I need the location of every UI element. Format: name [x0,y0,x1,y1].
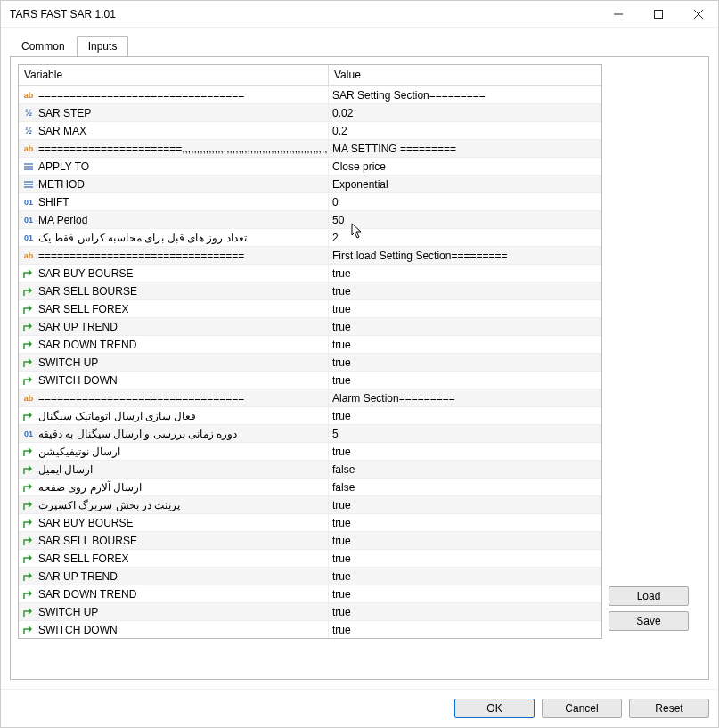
value-cell[interactable]: true [329,372,601,389]
value-cell[interactable]: 0.2 [329,122,601,139]
table-row[interactable]: APPLY TOClose price [19,157,601,175]
value-cell[interactable]: true [329,603,601,620]
half-type-icon: ½ [22,107,35,119]
value-cell[interactable]: 50 [329,211,601,228]
svg-rect-1 [654,10,662,18]
table-row[interactable]: ab=================================Alarm… [19,389,601,406]
bool-type-icon [22,356,35,369]
value-cell[interactable]: 0.02 [329,104,601,121]
reset-button[interactable]: Reset [629,699,709,718]
table-row[interactable]: SAR SELL FOREXtrue [19,549,601,567]
value-cell[interactable]: true [329,550,601,567]
variable-label: ================================= [38,249,244,262]
value-cell[interactable]: true [329,585,601,602]
minimize-button[interactable] [598,1,638,27]
variable-cell: ارسال نوتیفیکیشن [19,443,329,460]
table-row[interactable]: SAR UP TRENDtrue [19,317,601,335]
table-row[interactable]: 01SHIFT0 [19,192,601,210]
tab-common[interactable]: Common [10,36,77,57]
value-cell[interactable]: true [329,443,601,460]
value-cell[interactable]: true [329,336,601,353]
table-row[interactable]: پرینت در بخش سربرگ اکسپرتtrue [19,495,601,513]
variable-label: APPLY TO [38,160,89,173]
value-cell[interactable]: true [329,282,601,299]
value-cell[interactable]: true [329,318,601,335]
value-cell[interactable]: Exponential [329,176,601,192]
value-cell[interactable]: true [329,354,601,371]
close-button[interactable] [678,1,718,27]
variable-cell: 01MA Period [19,211,329,228]
value-cell[interactable]: true [329,496,601,513]
variable-label: ارسال نوتیفیکیشن [38,446,120,458]
tab-inputs[interactable]: Inputs [77,36,129,57]
ab-type-icon: ab [22,89,35,102]
table-row[interactable]: ارسال نوتیفیکیشنtrue [19,442,601,460]
value-cell[interactable]: false [329,479,601,495]
table-row[interactable]: SAR SELL BOURSEtrue [19,282,601,299]
variable-label: SAR SELL BOURSE [38,535,137,547]
value-cell[interactable]: Close price [329,158,601,175]
table-row[interactable]: SAR DOWN TRENDtrue [19,335,601,353]
variable-label: =======================,,,,,,,,,,,,,,,,,… [38,143,329,155]
value-cell[interactable]: First load Setting Section========= [329,247,601,264]
variable-label: METHOD [38,178,85,191]
column-header-variable[interactable]: Variable [19,65,329,85]
01-type-icon: 01 [22,232,35,244]
value-cell[interactable]: true [329,621,601,638]
value-cell[interactable]: true [329,532,601,549]
value-cell[interactable]: true [329,568,601,585]
table-row[interactable]: 01MA Period50 [19,210,601,228]
ok-button[interactable]: OK [454,699,535,718]
bool-type-icon [22,463,35,476]
value-cell[interactable]: true [329,265,601,282]
table-row[interactable]: ab=================================SAR S… [19,86,601,103]
table-row[interactable]: ½SAR STEP0.02 [19,103,601,121]
table-row[interactable]: METHODExponential [19,175,601,192]
table-row[interactable]: SWITCH UPtrue [19,353,601,371]
variable-label: SHIFT [38,196,69,209]
value-cell[interactable]: 5 [329,425,601,442]
column-header-value[interactable]: Value [329,65,601,85]
table-row[interactable]: 01دوره زمانی بررسی و ارسال سیگنال به دقی… [19,424,601,442]
bool-type-icon [22,321,35,333]
value-cell[interactable]: 0 [329,193,601,210]
maximize-button[interactable] [638,1,678,27]
value-cell[interactable]: true [329,407,601,424]
cancel-button[interactable]: Cancel [542,699,622,718]
variable-label: SAR SELL FOREX [38,303,129,315]
maximize-icon [654,10,663,19]
table-row[interactable]: ارسال آلارم روی صفحهfalse [19,478,601,495]
variable-label: SAR UP TREND [38,321,118,333]
titlebar: TARS FAST SAR 1.01 [1,1,718,28]
table-row[interactable]: ab=======================,,,,,,,,,,,,,,,… [19,139,601,157]
value-cell[interactable]: true [329,300,601,317]
value-cell[interactable]: MA SETTING ========= [329,140,601,157]
table-row[interactable]: SAR UP TRENDtrue [19,567,601,585]
table-row[interactable]: SWITCH DOWNtrue [19,620,601,638]
table-row[interactable]: فعال سازی ارسال اتوماتیک سیگنالtrue [19,406,601,424]
table-row[interactable]: SWITCH UPtrue [19,602,601,620]
value-cell[interactable]: Alarm Section========= [329,389,601,406]
ab-type-icon: ab [22,249,35,262]
variable-cell: SWITCH UP [19,603,329,620]
value-cell[interactable]: false [329,461,601,478]
load-button[interactable]: Load [609,586,689,606]
table-row[interactable]: SAR BUY BOURSEtrue [19,264,601,282]
variable-cell: SAR DOWN TREND [19,336,329,353]
variable-cell: SAR SELL BOURSE [19,532,329,549]
table-row[interactable]: ½SAR MAX0.2 [19,121,601,139]
value-cell[interactable]: SAR Setting Section========= [329,86,601,103]
bool-type-icon [22,570,35,583]
table-row[interactable]: SAR DOWN TRENDtrue [19,585,601,602]
variable-cell: SWITCH DOWN [19,372,329,389]
table-row[interactable]: ab=================================First… [19,246,601,264]
table-row[interactable]: ارسال ایمیلfalse [19,460,601,478]
save-button[interactable]: Save [609,611,689,631]
value-cell[interactable]: 2 [329,229,601,246]
table-row[interactable]: SAR BUY BOURSEtrue [19,513,601,531]
table-row[interactable]: SWITCH DOWNtrue [19,371,601,389]
table-row[interactable]: 01تعداد روز های قبل برای محاسبه کراس فقط… [19,228,601,246]
value-cell[interactable]: true [329,514,601,531]
table-row[interactable]: SAR SELL FOREXtrue [19,299,601,317]
table-row[interactable]: SAR SELL BOURSEtrue [19,531,601,549]
